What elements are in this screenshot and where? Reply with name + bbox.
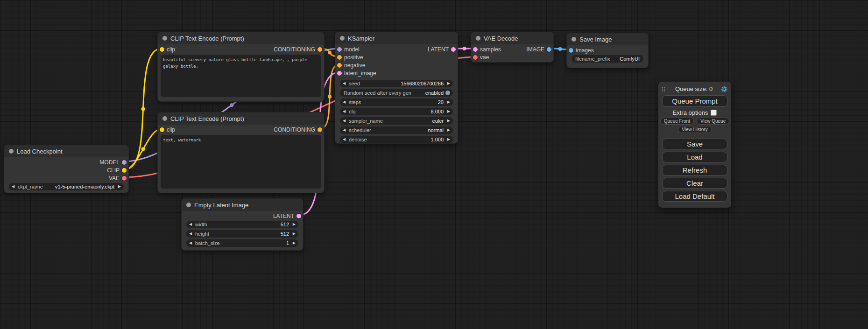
decrement-arrow-icon[interactable]: ◀ — [343, 136, 347, 143]
decrement-arrow-icon[interactable]: ◀ — [343, 108, 347, 115]
node-title: Save Image — [579, 36, 612, 43]
ckpt-name-widget[interactable]: ◀ ckpt_name v1-5-pruned-emaonly.ckpt ▶ — [9, 183, 124, 190]
steps-widget[interactable]: ◀ steps 20 ▶ — [340, 98, 453, 106]
decrement-arrow-icon[interactable]: ◀ — [12, 183, 16, 190]
refresh-button[interactable]: Refresh — [662, 165, 727, 175]
node-title-bar[interactable]: Load Checkpoint — [4, 145, 128, 157]
width-widget[interactable]: ◀ width 512 ▶ — [186, 221, 298, 228]
load-button[interactable]: Load — [662, 152, 727, 162]
clip-output-dot[interactable] — [122, 168, 127, 173]
model-output-dot[interactable] — [122, 160, 127, 165]
widget-label: steps — [349, 99, 361, 105]
collapse-dot-icon[interactable] — [186, 203, 191, 207]
node-title: KSampler — [348, 35, 374, 42]
denoise-widget[interactable]: ◀ denoise 1.000 ▶ — [340, 136, 453, 143]
view-history-button[interactable]: View History — [678, 126, 711, 133]
node-ksampler[interactable]: KSampler model LATENT positive negative — [335, 32, 458, 144]
increment-arrow-icon[interactable]: ▶ — [445, 126, 450, 134]
increment-arrow-icon[interactable]: ▶ — [445, 117, 450, 125]
output-label-latent: LATENT — [273, 213, 294, 219]
clip-input-dot[interactable] — [160, 47, 164, 52]
node-empty-latent-image[interactable]: Empty Latent Image LATENT ◀ width 512 ▶ … — [181, 198, 303, 251]
clear-button[interactable]: Clear — [662, 178, 727, 189]
vae-output-dot[interactable] — [122, 176, 127, 181]
widget-label: height — [195, 231, 209, 237]
node-title-bar[interactable]: VAE Decode — [471, 32, 553, 44]
node-clip-text-encode-negative[interactable]: CLIP Text Encode (Prompt) clip CONDITION… — [157, 112, 325, 193]
increment-arrow-icon[interactable]: ▶ — [291, 221, 296, 228]
image-output-dot[interactable] — [547, 47, 551, 52]
node-clip-text-encode-positive[interactable]: CLIP Text Encode (Prompt) clip CONDITION… — [157, 32, 325, 102]
latent-output-dot[interactable] — [296, 214, 301, 218]
increment-arrow-icon[interactable]: ▶ — [445, 108, 450, 115]
model-input-dot[interactable] — [337, 47, 342, 52]
queue-front-button[interactable]: Queue Front — [660, 118, 694, 125]
collapse-dot-icon[interactable] — [9, 149, 14, 154]
latent-image-input-dot[interactable] — [337, 71, 342, 76]
increment-arrow-icon[interactable]: ▶ — [445, 136, 450, 143]
sampler-name-widget[interactable]: ◀ sampler_name euler ▶ — [340, 117, 453, 125]
link-midpoint-dot — [463, 47, 466, 50]
settings-gear-icon[interactable] — [721, 86, 727, 92]
prompt-textarea[interactable]: text, watermark — [161, 135, 321, 189]
input-label-vae: vae — [480, 54, 489, 61]
collapse-dot-icon[interactable] — [572, 37, 576, 42]
random-seed-toggle-widget[interactable]: Random seed after every gen enabled — [340, 89, 453, 97]
conditioning-output-dot[interactable] — [318, 127, 322, 132]
conditioning-output-dot[interactable] — [318, 47, 322, 52]
decrement-arrow-icon[interactable]: ◀ — [343, 80, 347, 87]
node-title-bar[interactable]: Empty Latent Image — [182, 199, 303, 211]
negative-input-dot[interactable] — [337, 63, 342, 68]
decrement-arrow-icon[interactable]: ◀ — [343, 117, 347, 125]
collapse-dot-icon[interactable] — [340, 36, 345, 41]
node-vae-decode[interactable]: VAE Decode samples IMAGE vae — [471, 32, 554, 63]
images-input-dot[interactable] — [569, 48, 573, 53]
increment-arrow-icon[interactable]: ▶ — [116, 183, 121, 190]
height-widget[interactable]: ◀ height 512 ▶ — [186, 230, 298, 238]
decrement-arrow-icon[interactable]: ◀ — [189, 221, 194, 228]
save-button[interactable]: Save — [662, 139, 727, 149]
widget-value: 156680208700286 — [401, 81, 444, 86]
node-title-bar[interactable]: KSampler — [335, 32, 458, 44]
extra-options-checkbox[interactable] — [711, 110, 717, 116]
increment-arrow-icon[interactable]: ▶ — [445, 98, 450, 106]
scheduler-widget[interactable]: ◀ scheduler normal ▶ — [340, 126, 453, 134]
prompt-textarea[interactable]: beautiful scenery nature glass bottle la… — [161, 55, 321, 97]
collapse-dot-icon[interactable] — [476, 36, 480, 41]
positive-input-dot[interactable] — [337, 55, 342, 60]
clip-input-dot[interactable] — [160, 127, 164, 132]
cfg-widget[interactable]: ◀ cfg 8.000 ▶ — [340, 108, 453, 115]
output-label-vae: VAE — [109, 175, 120, 182]
batch-size-widget[interactable]: ◀ batch_size 1 ▶ — [186, 239, 298, 247]
decrement-arrow-icon[interactable]: ◀ — [189, 230, 194, 238]
seed-widget[interactable]: ◀ seed 156680208700286 ▶ — [340, 80, 453, 87]
increment-arrow-icon[interactable]: ▶ — [291, 230, 296, 238]
queue-prompt-button[interactable]: Queue Prompt — [662, 95, 727, 107]
increment-arrow-icon[interactable]: ▶ — [445, 80, 450, 87]
drag-handle-icon[interactable] — [662, 86, 667, 92]
slot-row: positive — [335, 53, 458, 61]
increment-arrow-icon[interactable]: ▶ — [291, 239, 296, 247]
view-queue-button[interactable]: View Queue — [697, 118, 729, 125]
node-load-checkpoint[interactable]: Load Checkpoint MODEL CLIP VAE ◀ ckpt_na… — [4, 145, 129, 193]
vae-input-dot[interactable] — [473, 55, 478, 60]
latent-output-dot[interactable] — [451, 47, 456, 52]
collapse-dot-icon[interactable] — [162, 116, 167, 121]
node-save-image[interactable]: Save Image images filename_prefix ComfyU… — [566, 33, 649, 68]
widget-value: 8.000 — [430, 109, 444, 114]
toggle-knob-icon[interactable] — [445, 91, 450, 95]
load-default-button[interactable]: Load Default — [662, 191, 727, 202]
decrement-arrow-icon[interactable]: ◀ — [189, 239, 194, 247]
decrement-arrow-icon[interactable]: ◀ — [343, 126, 347, 134]
output-label-model: MODEL — [99, 159, 120, 166]
filename-prefix-widget[interactable]: filename_prefix ComfyUI — [572, 55, 643, 63]
node-title-bar[interactable]: Save Image — [567, 33, 648, 45]
collapse-dot-icon[interactable] — [162, 36, 167, 41]
slot-row: vae — [471, 53, 553, 61]
decrement-arrow-icon[interactable]: ◀ — [343, 98, 347, 106]
node-title-bar[interactable]: CLIP Text Encode (Prompt) — [158, 112, 324, 125]
slot-row: negative — [335, 61, 458, 69]
node-title-bar[interactable]: CLIP Text Encode (Prompt) — [158, 32, 324, 44]
samples-input-dot[interactable] — [473, 47, 478, 52]
queue-panel[interactable]: Queue size: 0 Queue Prompt Extra options… — [658, 82, 731, 208]
